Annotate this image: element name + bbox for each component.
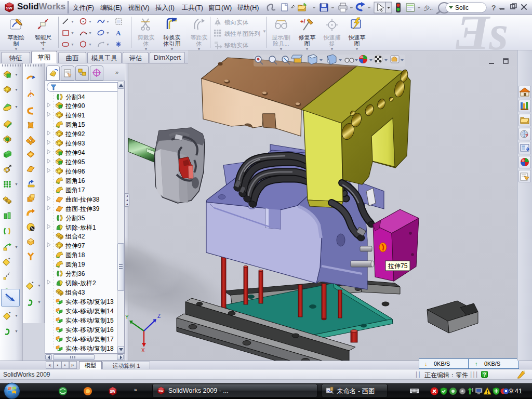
svg-text:*: * bbox=[32, 281, 34, 286]
svg-text:A: A bbox=[116, 29, 121, 37]
svg-text:*: * bbox=[9, 311, 11, 316]
svg-text:*: * bbox=[8, 257, 10, 262]
svg-text:X: X bbox=[141, 348, 145, 353]
svg-text:?: ? bbox=[525, 133, 528, 138]
svg-text:+/: +/ bbox=[300, 18, 305, 24]
svg-text:Z: Z bbox=[157, 313, 161, 319]
svg-text:拉伸75: 拉伸75 bbox=[388, 262, 408, 270]
svg-text:SW: SW bbox=[6, 6, 12, 10]
svg-text:SW: SW bbox=[110, 390, 116, 393]
svg-text:少..: 少.. bbox=[424, 5, 433, 11]
svg-text:Y: Y bbox=[125, 314, 129, 320]
svg-text:SW: SW bbox=[158, 390, 164, 393]
svg-text:»: » bbox=[134, 387, 137, 393]
